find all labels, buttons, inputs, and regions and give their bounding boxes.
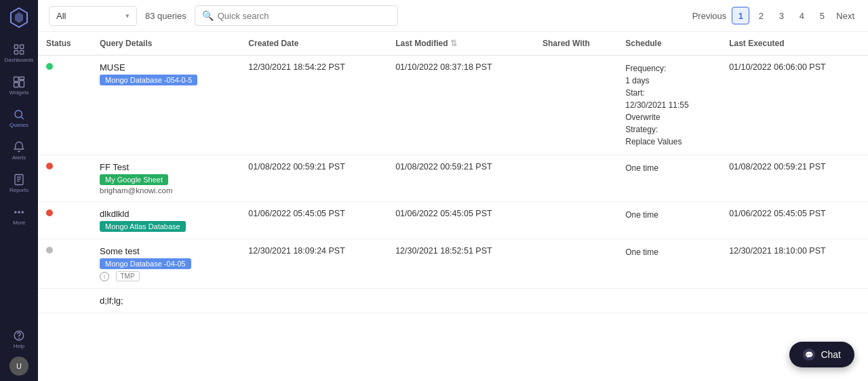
last-executed-cell: 12/30/2021 18:10:00 PST [721, 239, 868, 289]
query-badge: Mongo Atlas Database [100, 221, 186, 232]
svg-marker-1 [15, 12, 23, 23]
page-4[interactable]: 4 [793, 7, 810, 24]
shared-with-cell [534, 289, 617, 313]
svg-rect-4 [14, 50, 18, 54]
query-badge: My Google Sheet [100, 174, 168, 185]
schedule-detail: One time [625, 246, 713, 258]
svg-point-18 [22, 211, 23, 212]
schedule-cell [617, 289, 721, 313]
status-cell [38, 56, 92, 155]
svg-rect-12 [15, 174, 23, 184]
created-date-cell: 12/30/2021 18:09:24 PST [240, 239, 387, 289]
query-name[interactable]: dlkdlkld [100, 209, 232, 219]
page-5[interactable]: 5 [813, 7, 831, 24]
svg-rect-2 [14, 45, 18, 48]
query-name[interactable]: MUSE [100, 62, 232, 73]
status-dot [46, 63, 53, 70]
status-dot [46, 209, 53, 216]
svg-rect-6 [14, 77, 19, 81]
svg-point-16 [15, 211, 16, 212]
sidebar-item-reports-label: Reports [9, 187, 28, 193]
next-button[interactable]: Next [833, 9, 857, 22]
avatar[interactable]: U [9, 357, 28, 376]
col-last-modified: Last Modified ⇅ [387, 32, 534, 56]
pagination: Previous 1 2 3 4 5 Next [690, 7, 857, 24]
schedule-detail: One time [625, 162, 713, 174]
sidebar-item-more-label: More [13, 220, 25, 226]
created-date-cell: 01/08/2022 00:59:21 PST [240, 155, 387, 202]
chat-button[interactable]: 💬 Chat [789, 342, 854, 367]
col-last-executed: Last Executed [721, 32, 868, 56]
table-row: MUSE Mongo Database -054-0-5 12/30/2021 … [38, 56, 868, 155]
last-executed-cell: 01/10/2022 06:06:00 PST [721, 56, 868, 155]
last-executed-cell [721, 289, 868, 313]
last-modified-cell [387, 289, 534, 313]
chat-label: Chat [821, 349, 841, 360]
page-3[interactable]: 3 [772, 7, 790, 24]
svg-point-20 [19, 338, 20, 338]
query-name[interactable]: d;lf;lg; [100, 296, 232, 306]
page-1[interactable]: 1 [732, 7, 749, 24]
status-cell [38, 289, 92, 313]
filter-chevron-icon: ▾ [125, 12, 130, 20]
col-schedule: Schedule [617, 32, 721, 56]
table-row: dlkdlkld Mongo Atlas Database 01/06/2022… [38, 202, 868, 239]
table-row: d;lf;lg; [38, 289, 868, 313]
status-dot [46, 247, 53, 254]
sidebar-item-reports[interactable]: Reports [4, 168, 34, 198]
schedule-detail: Frequency:1 daysStart:12/30/2021 11:55Ov… [625, 62, 713, 148]
main-content: All ▾ 83 queries 🔍 Previous 1 2 3 4 5 Ne… [38, 0, 868, 381]
prev-button[interactable]: Previous [690, 9, 730, 22]
col-status: Status [38, 32, 92, 56]
schedule-detail: One time [625, 209, 713, 221]
query-badge: Mongo Database -04-05 [100, 258, 191, 269]
sidebar-item-more[interactable]: More [4, 201, 34, 230]
sidebar-item-dashboards-label: Dashboards [4, 57, 33, 63]
sidebar-item-dashboards[interactable]: Dashboards [4, 38, 34, 68]
svg-rect-8 [14, 82, 19, 87]
sidebar-item-alerts[interactable]: Alerts [4, 136, 34, 165]
logo[interactable] [7, 5, 31, 30]
svg-rect-5 [20, 50, 24, 54]
tmp-tag: TMP [116, 271, 140, 281]
query-details-cell: dlkdlkld Mongo Atlas Database [92, 202, 240, 239]
table-row: FF Test My Google Sheet brigham@knowi.co… [38, 155, 868, 202]
last-modified-cell: 01/10/2022 08:37:18 PST [387, 56, 534, 155]
chat-icon: 💬 [803, 348, 815, 361]
shared-with-cell [534, 155, 617, 202]
sidebar: Dashboards Widgets Queries Alerts Report… [0, 0, 38, 381]
table-container: Status Query Details Created Date Last M… [38, 32, 868, 381]
search-box[interactable]: 🔍 [195, 5, 398, 26]
filter-dropdown[interactable]: All ▾ [49, 6, 137, 26]
col-shared-with: Shared With [534, 32, 617, 56]
query-name[interactable]: Some test [100, 246, 232, 256]
status-cell [38, 155, 92, 202]
schedule-cell: One time [617, 155, 721, 202]
sidebar-item-alerts-label: Alerts [12, 155, 26, 161]
sidebar-item-widgets-label: Widgets [9, 89, 29, 96]
search-input[interactable] [218, 11, 391, 21]
svg-rect-3 [20, 45, 24, 48]
last-modified-cell: 01/06/2022 05:45:05 PST [387, 202, 534, 239]
svg-line-11 [21, 117, 23, 119]
svg-point-10 [15, 111, 22, 118]
svg-point-17 [18, 211, 20, 212]
page-2[interactable]: 2 [752, 7, 770, 24]
status-dot [46, 163, 53, 169]
shared-with-cell [534, 202, 617, 239]
query-count: 83 queries [145, 11, 186, 21]
search-icon: 🔍 [202, 10, 214, 21]
col-query-details: Query Details [92, 32, 240, 56]
last-modified-cell: 01/08/2022 00:59:21 PST [387, 155, 534, 202]
query-badge: Mongo Database -054-0-5 [100, 75, 197, 85]
shared-with-cell [534, 239, 617, 289]
status-cell [38, 239, 92, 289]
sidebar-item-queries[interactable]: Queries [4, 103, 34, 133]
last-executed-cell: 01/08/2022 00:59:21 PST [721, 155, 868, 202]
query-name[interactable]: FF Test [100, 162, 232, 172]
sidebar-item-help[interactable]: Help [4, 324, 34, 354]
schedule-cell: One time [617, 239, 721, 289]
shared-email: brigham@knowi.com [100, 186, 232, 195]
query-details-cell: Some test Mongo Database -04-05 i TMP [92, 239, 240, 289]
sidebar-item-widgets[interactable]: Widgets [4, 71, 34, 100]
